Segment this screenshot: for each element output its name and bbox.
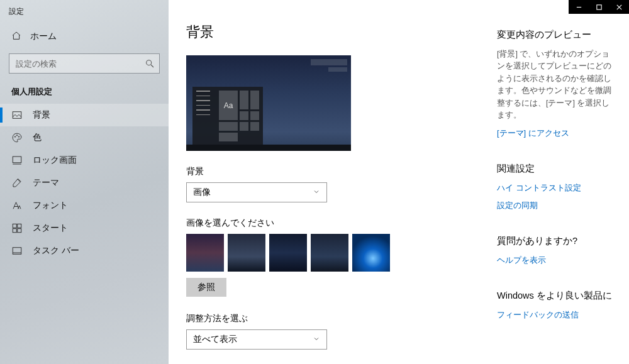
image-thumbnail[interactable] xyxy=(311,234,348,272)
preview-taskbar xyxy=(186,145,351,151)
nav-item-start[interactable]: スタート xyxy=(0,217,169,240)
nav-item-label: テーマ xyxy=(33,177,59,189)
close-button[interactable] xyxy=(609,0,629,14)
nav-item-label: 背景 xyxy=(33,109,50,121)
nav-item-label: 色 xyxy=(33,132,42,143)
window-controls xyxy=(569,0,629,18)
svg-point-3 xyxy=(14,136,16,138)
lockscreen-icon xyxy=(11,155,23,166)
help-link[interactable]: ヘルプを表示 xyxy=(497,255,618,266)
theme-access-link[interactable]: [テーマ] にアクセス xyxy=(497,128,618,139)
nav-item-taskbar[interactable]: タスク バー xyxy=(0,240,169,262)
nav-item-label: タスク バー xyxy=(33,245,79,256)
svg-rect-12 xyxy=(18,229,21,233)
high-contrast-link[interactable]: ハイ コントラスト設定 xyxy=(497,182,618,194)
search-icon[interactable] xyxy=(145,58,155,69)
feedback-heading: Windows をより良い製品に xyxy=(497,290,618,302)
minimize-button[interactable] xyxy=(569,0,589,14)
feedback-link[interactable]: フィードバックの送信 xyxy=(497,309,618,321)
font-icon xyxy=(11,200,23,211)
maximize-button[interactable] xyxy=(589,0,609,14)
browse-button[interactable]: 参照 xyxy=(186,278,226,297)
nav-item-label: フォント xyxy=(33,200,68,211)
question-heading: 質問がありますか? xyxy=(497,235,618,247)
nav-item-fonts[interactable]: フォント xyxy=(0,194,169,217)
home-icon xyxy=(11,31,21,43)
image-thumbnail[interactable] xyxy=(228,234,265,272)
home-button[interactable]: ホーム xyxy=(0,26,169,47)
background-preview: Aa xyxy=(186,55,351,151)
preview-sample-window xyxy=(309,59,347,77)
image-thumbnails xyxy=(186,234,481,272)
svg-point-5 xyxy=(18,136,19,138)
image-thumbnail[interactable] xyxy=(186,234,224,272)
nav-item-themes[interactable]: テーマ xyxy=(0,172,169,194)
search-field-wrap xyxy=(9,53,160,74)
image-thumbnail[interactable] xyxy=(352,234,390,272)
main-area: 背景 Aa 背景 画像 画像を選んでください xyxy=(169,0,629,364)
fit-select-value: 並べて表示 xyxy=(193,334,237,345)
svg-rect-11 xyxy=(13,229,16,233)
home-label: ホーム xyxy=(30,31,57,42)
svg-line-1 xyxy=(151,65,153,67)
chevron-down-icon xyxy=(313,334,320,345)
preview-changes-heading: 変更内容のプレビュー xyxy=(497,29,618,41)
svg-rect-6 xyxy=(13,157,21,163)
fit-select[interactable]: 並べて表示 xyxy=(186,329,327,350)
fit-section-label: 調整方法を選ぶ xyxy=(186,313,481,324)
svg-point-4 xyxy=(16,135,18,136)
sync-settings-link[interactable]: 設定の同期 xyxy=(497,200,618,211)
svg-rect-13 xyxy=(13,248,21,255)
image-thumbnail[interactable] xyxy=(269,234,307,272)
svg-rect-9 xyxy=(13,224,16,228)
preview-sample-text: Aa xyxy=(219,91,238,120)
taskbar-icon xyxy=(11,245,23,256)
content-column: 背景 Aa 背景 画像 画像を選んでください xyxy=(169,0,493,364)
brush-icon xyxy=(11,177,23,189)
preview-start-menu: Aa xyxy=(192,87,263,145)
page-title: 背景 xyxy=(186,23,481,41)
aside-column: 変更内容のプレビュー [背景] で、いずれかのオプションを選択してプレビューにど… xyxy=(493,0,629,364)
nav-item-background[interactable]: 背景 xyxy=(0,104,169,126)
search-input[interactable] xyxy=(9,53,160,74)
background-type-select[interactable]: 画像 xyxy=(186,182,327,202)
background-type-value: 画像 xyxy=(193,187,211,198)
nav-item-colors[interactable]: 色 xyxy=(0,126,169,149)
svg-rect-10 xyxy=(18,224,21,228)
app-title: 設定 xyxy=(0,0,169,26)
sidebar: 設定 ホーム 個人用設定 背景 色 ロック画面 テーマ xyxy=(0,0,169,364)
nav-item-label: ロック画面 xyxy=(33,155,77,166)
background-section-label: 背景 xyxy=(186,166,481,177)
nav-item-lockscreen[interactable]: ロック画面 xyxy=(0,149,169,172)
nav-item-label: スタート xyxy=(33,223,68,234)
preview-changes-body: [背景] で、いずれかのオプションを選択してプレビューにどのように表示されるのか… xyxy=(497,48,618,121)
start-icon xyxy=(11,223,23,234)
chevron-down-icon xyxy=(313,187,320,197)
svg-rect-16 xyxy=(596,4,601,9)
category-label: 個人用設定 xyxy=(0,81,169,104)
choose-image-label: 画像を選んでください xyxy=(186,218,481,229)
svg-rect-2 xyxy=(13,112,21,119)
palette-icon xyxy=(11,132,23,143)
svg-point-0 xyxy=(147,60,152,65)
picture-icon xyxy=(11,109,23,121)
related-settings-heading: 関連設定 xyxy=(497,163,618,175)
